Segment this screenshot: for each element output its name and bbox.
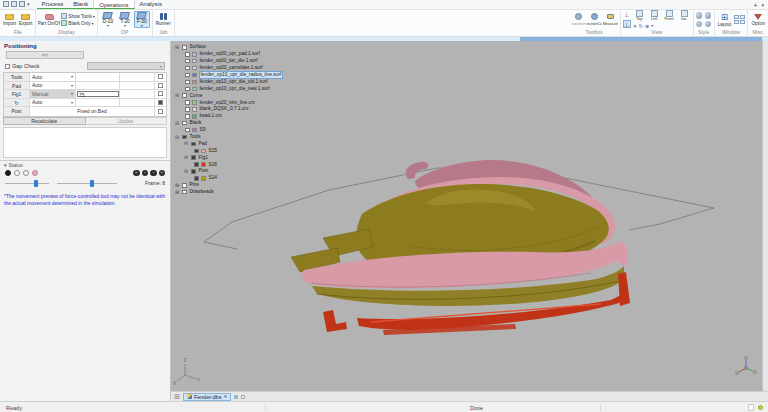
axes-active-icon[interactable]: ⊥ — [623, 20, 631, 28]
style-shaded-icon[interactable] — [696, 12, 703, 19]
tree-checkbox[interactable] — [182, 93, 187, 98]
tree-checkbox[interactable] — [185, 80, 190, 85]
tree-group-blank[interactable]: ⊟Blank — [175, 120, 335, 127]
tab-operations[interactable]: Operations — [93, 0, 134, 9]
step-forward-button[interactable]: › — [150, 170, 157, 177]
expander-icon[interactable]: ⊟ — [184, 155, 190, 160]
row-tools-value[interactable] — [76, 73, 120, 81]
tree-item[interactable]: fender_op20_trim_line.crv — [175, 99, 335, 106]
qat-dropdown-icon[interactable]: ▾ — [27, 1, 30, 7]
expander-icon[interactable]: ⊞ — [175, 190, 181, 195]
show-tools-dropdown-icon[interactable]: ▾ — [93, 15, 95, 18]
style-transparent-icon[interactable] — [705, 21, 712, 28]
tree-checkbox[interactable] — [191, 169, 196, 174]
tree-checkbox[interactable] — [185, 107, 190, 112]
view-more-dropdown-icon[interactable]: ▾ — [651, 24, 653, 27]
frame-slider[interactable] — [57, 183, 117, 184]
tree-checkbox[interactable] — [182, 183, 187, 188]
slider-handle[interactable] — [34, 180, 38, 187]
tree-checkbox[interactable] — [194, 149, 199, 154]
part-onoff-button[interactable]: Part On/Off — [38, 14, 60, 26]
tree-checkbox[interactable] — [185, 59, 190, 64]
gap-check-dropdown[interactable]: ▾ — [87, 62, 165, 70]
gap-check-checkbox[interactable] — [5, 64, 10, 69]
tree-checkbox[interactable] — [191, 142, 196, 147]
tab-analysis[interactable]: Analysis — [135, 0, 167, 9]
tree-group-pad[interactable]: ⊟Pad — [175, 140, 335, 147]
add-tab-icon[interactable]: + — [753, 2, 757, 9]
view-left-button[interactable]: Left — [648, 10, 661, 22]
window-arrangement-buttons[interactable] — [734, 15, 745, 24]
row-pad-value[interactable] — [76, 82, 120, 90]
3d-viewport[interactable]: Z X Y ⊟Surface fender_op00_upr_pad.1.sur… — [171, 41, 762, 391]
document-tab-fender[interactable]: Fender.dbs ✕ — [183, 393, 231, 401]
tree-item[interactable]: S15 — [175, 147, 335, 154]
row-gravity-mode-dropdown[interactable]: Auto▾ — [30, 99, 76, 107]
row-flg1-mode-dropdown[interactable]: Manual▾ — [30, 90, 76, 98]
tree-group-curve[interactable]: ⊟Curve — [175, 92, 335, 99]
tree-group-drawbeads[interactable]: ⊞Drawbeads — [175, 189, 335, 196]
tree-checkbox[interactable] — [182, 45, 187, 50]
view-star-icon[interactable]: ✳ — [633, 23, 637, 29]
tree-item[interactable]: bead.1.crv — [175, 113, 335, 120]
open-file-icon[interactable] — [11, 1, 17, 7]
step-back-button[interactable]: ‹ — [142, 170, 149, 177]
blank-only-button[interactable]: Blank Only ▾ — [61, 20, 94, 26]
status-dot-highlight[interactable] — [32, 170, 38, 176]
tab-close-all-icon[interactable] — [234, 395, 238, 399]
status-dot[interactable] — [14, 170, 20, 176]
tree-item[interactable]: S16 — [175, 161, 335, 168]
new-tab-icon[interactable] — [241, 395, 245, 399]
tree-checkbox[interactable] — [194, 162, 199, 167]
row-pad-mode-dropdown[interactable]: Auto▾ — [30, 82, 76, 90]
tree-checkbox[interactable] — [194, 176, 199, 181]
tree-checkbox[interactable] — [185, 114, 190, 119]
row-pad-checkbox[interactable] — [158, 83, 163, 88]
expander-icon[interactable]: ⊟ — [175, 45, 181, 50]
tree-group-flg1[interactable]: ⊟Flg1 — [175, 154, 335, 161]
tree-checkbox[interactable] — [185, 73, 190, 78]
row-post-checkbox[interactable] — [158, 109, 163, 114]
status-spinner[interactable] — [748, 404, 754, 411]
tree-checkbox[interactable] — [185, 100, 190, 105]
style-wireframe-icon[interactable] — [705, 12, 712, 19]
tree-item[interactable]: S14 — [175, 175, 335, 182]
tree-checkbox[interactable] — [182, 135, 187, 140]
op-t20-button[interactable]: T-20 ▾ — [117, 11, 133, 29]
close-tab-icon[interactable]: ✕ — [223, 394, 227, 399]
measure-button[interactable]: Measure — [603, 13, 618, 26]
expander-icon[interactable]: ⊟ — [175, 121, 181, 126]
tree-checkbox[interactable] — [185, 128, 190, 133]
expander-icon[interactable]: ⊟ — [175, 93, 181, 98]
option-button[interactable]: Option — [750, 14, 766, 26]
collapse-panel-button[interactable]: << — [6, 51, 84, 59]
expander-icon[interactable]: ⊞ — [175, 183, 181, 188]
tree-checkbox[interactable] — [191, 155, 196, 160]
tree-checkbox[interactable] — [182, 190, 187, 195]
style-hidden-icon[interactable] — [696, 21, 703, 28]
row-gravity-value[interactable] — [76, 99, 120, 107]
tree-group-post[interactable]: ⊟Post — [175, 168, 335, 175]
update-button[interactable]: Update — [86, 117, 168, 125]
jump-start-button[interactable]: « — [133, 170, 140, 177]
tree-item[interactable]: fender_op10_upr_die_new.1.surf — [175, 85, 335, 92]
expander-icon[interactable]: ⊟ — [184, 141, 190, 146]
tab-list-icon[interactable]: ⊞ — [174, 393, 180, 401]
view-iso-button[interactable]: Iso. — [678, 10, 691, 22]
view-rotate-icon[interactable]: ↻ — [639, 23, 643, 29]
tree-checkbox[interactable] — [185, 87, 190, 92]
tree-group-pins[interactable]: ⊞Pins — [175, 182, 335, 189]
row-tools-mode-dropdown[interactable]: Auto▾ — [30, 73, 76, 81]
tree-item[interactable]: S9 — [175, 127, 335, 134]
tree-item[interactable]: fender_op00_lwr_die.1.surf — [175, 58, 335, 65]
tree-group-tools[interactable]: ⊟Tools — [175, 134, 335, 141]
tree-checkbox[interactable] — [185, 66, 190, 71]
view-front-button[interactable]: Front — [663, 10, 676, 22]
row-tools-checkbox[interactable] — [158, 74, 163, 79]
new-file-icon[interactable] — [3, 1, 9, 7]
status-dot-active[interactable] — [5, 170, 11, 176]
result-list-box[interactable] — [3, 127, 167, 158]
axes-icon[interactable]: ⊥ — [623, 11, 631, 19]
right-scrollbar[interactable] — [762, 41, 768, 391]
tab-blank[interactable]: Blank — [68, 0, 93, 9]
